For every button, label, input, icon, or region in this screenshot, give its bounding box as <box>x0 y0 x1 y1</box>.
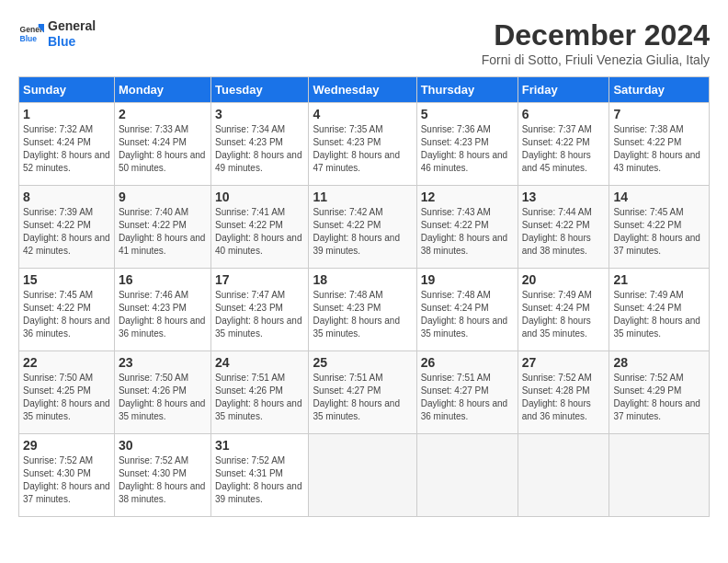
day-number: 8 <box>23 190 110 204</box>
day-number: 10 <box>215 190 304 204</box>
calendar-cell: 13Sunrise: 7:44 AMSunset: 4:22 PMDayligh… <box>518 186 609 269</box>
day-number: 30 <box>119 438 207 453</box>
day-info: Sunrise: 7:42 AMSunset: 4:22 PMDaylight:… <box>313 206 412 258</box>
calendar-cell: 25Sunrise: 7:51 AMSunset: 4:27 PMDayligh… <box>309 351 416 434</box>
day-number: 16 <box>119 272 207 287</box>
day-info: Sunrise: 7:41 AMSunset: 4:22 PMDaylight:… <box>215 206 304 258</box>
header-day-sunday: Sunday <box>19 77 115 103</box>
calendar-cell: 28Sunrise: 7:52 AMSunset: 4:29 PMDayligh… <box>609 351 710 434</box>
day-info: Sunrise: 7:52 AMSunset: 4:30 PMDaylight:… <box>23 454 110 506</box>
day-info: Sunrise: 7:35 AMSunset: 4:23 PMDaylight:… <box>313 123 412 175</box>
day-info: Sunrise: 7:33 AMSunset: 4:24 PMDaylight:… <box>119 123 207 175</box>
title-block: December 2024 Forni di Sotto, Friuli Ven… <box>482 18 710 67</box>
calendar-cell: 19Sunrise: 7:48 AMSunset: 4:24 PMDayligh… <box>416 269 518 351</box>
day-number: 4 <box>313 107 412 121</box>
logo: General Blue General Blue <box>18 18 96 50</box>
logo-line1: General <box>48 18 96 34</box>
calendar-cell: 24Sunrise: 7:51 AMSunset: 4:26 PMDayligh… <box>210 351 308 434</box>
header-day-saturday: Saturday <box>609 77 710 103</box>
day-info: Sunrise: 7:38 AMSunset: 4:22 PMDaylight:… <box>613 123 705 175</box>
day-number: 23 <box>119 355 207 370</box>
day-number: 27 <box>522 355 606 370</box>
location-subtitle: Forni di Sotto, Friuli Venezia Giulia, I… <box>482 52 710 67</box>
calendar-cell: 18Sunrise: 7:48 AMSunset: 4:23 PMDayligh… <box>309 269 416 351</box>
calendar-cell: 15Sunrise: 7:45 AMSunset: 4:22 PMDayligh… <box>19 269 115 351</box>
calendar-cell <box>416 434 518 517</box>
calendar-cell: 8Sunrise: 7:39 AMSunset: 4:22 PMDaylight… <box>19 186 115 269</box>
calendar-cell: 3Sunrise: 7:34 AMSunset: 4:23 PMDaylight… <box>210 103 308 186</box>
day-info: Sunrise: 7:52 AMSunset: 4:31 PMDaylight:… <box>215 454 304 506</box>
calendar-body: 1Sunrise: 7:32 AMSunset: 4:24 PMDaylight… <box>19 103 710 517</box>
day-info: Sunrise: 7:49 AMSunset: 4:24 PMDaylight:… <box>522 289 606 340</box>
calendar-cell: 23Sunrise: 7:50 AMSunset: 4:26 PMDayligh… <box>114 351 210 434</box>
day-info: Sunrise: 7:44 AMSunset: 4:22 PMDaylight:… <box>522 206 606 258</box>
day-number: 13 <box>522 190 606 204</box>
day-number: 22 <box>23 355 110 370</box>
day-number: 6 <box>522 107 606 121</box>
day-info: Sunrise: 7:51 AMSunset: 4:27 PMDaylight:… <box>313 372 412 423</box>
svg-text:Blue: Blue <box>20 34 38 43</box>
calendar-cell: 20Sunrise: 7:49 AMSunset: 4:24 PMDayligh… <box>518 269 609 351</box>
calendar-cell: 12Sunrise: 7:43 AMSunset: 4:22 PMDayligh… <box>416 186 518 269</box>
calendar-cell <box>609 434 710 517</box>
day-info: Sunrise: 7:39 AMSunset: 4:22 PMDaylight:… <box>23 206 110 258</box>
day-number: 1 <box>23 107 110 121</box>
calendar-cell: 9Sunrise: 7:40 AMSunset: 4:22 PMDaylight… <box>114 186 210 269</box>
calendar-cell <box>518 434 609 517</box>
day-info: Sunrise: 7:37 AMSunset: 4:22 PMDaylight:… <box>522 123 606 175</box>
day-info: Sunrise: 7:36 AMSunset: 4:23 PMDaylight:… <box>421 123 514 175</box>
day-info: Sunrise: 7:47 AMSunset: 4:23 PMDaylight:… <box>215 289 304 340</box>
calendar-cell: 21Sunrise: 7:49 AMSunset: 4:24 PMDayligh… <box>609 269 710 351</box>
calendar-week-3: 15Sunrise: 7:45 AMSunset: 4:22 PMDayligh… <box>19 269 710 351</box>
day-info: Sunrise: 7:51 AMSunset: 4:26 PMDaylight:… <box>215 372 304 423</box>
header-day-thursday: Thursday <box>416 77 518 103</box>
day-number: 14 <box>613 190 705 204</box>
day-number: 28 <box>613 355 705 370</box>
day-number: 21 <box>613 272 705 287</box>
header-day-monday: Monday <box>114 77 210 103</box>
page-header: General Blue General Blue December 2024 … <box>18 18 710 67</box>
day-number: 12 <box>421 190 514 204</box>
calendar-week-1: 1Sunrise: 7:32 AMSunset: 4:24 PMDaylight… <box>19 103 710 186</box>
calendar-cell: 30Sunrise: 7:52 AMSunset: 4:30 PMDayligh… <box>114 434 210 517</box>
day-number: 26 <box>421 355 514 370</box>
header-day-tuesday: Tuesday <box>210 77 308 103</box>
logo-icon: General Blue <box>18 21 44 47</box>
calendar-cell: 16Sunrise: 7:46 AMSunset: 4:23 PMDayligh… <box>114 269 210 351</box>
day-info: Sunrise: 7:48 AMSunset: 4:24 PMDaylight:… <box>421 289 514 340</box>
header-day-wednesday: Wednesday <box>309 77 416 103</box>
day-info: Sunrise: 7:52 AMSunset: 4:29 PMDaylight:… <box>613 372 705 423</box>
day-number: 2 <box>119 107 207 121</box>
day-info: Sunrise: 7:32 AMSunset: 4:24 PMDaylight:… <box>23 123 110 175</box>
day-info: Sunrise: 7:50 AMSunset: 4:25 PMDaylight:… <box>23 372 110 423</box>
calendar-week-5: 29Sunrise: 7:52 AMSunset: 4:30 PMDayligh… <box>19 434 710 517</box>
day-number: 17 <box>215 272 304 287</box>
header-day-friday: Friday <box>518 77 609 103</box>
day-number: 31 <box>215 438 304 453</box>
day-info: Sunrise: 7:43 AMSunset: 4:22 PMDaylight:… <box>421 206 514 258</box>
calendar-cell: 31Sunrise: 7:52 AMSunset: 4:31 PMDayligh… <box>210 434 308 517</box>
day-number: 3 <box>215 107 304 121</box>
day-number: 7 <box>613 107 705 121</box>
calendar-cell: 22Sunrise: 7:50 AMSunset: 4:25 PMDayligh… <box>19 351 115 434</box>
calendar-week-4: 22Sunrise: 7:50 AMSunset: 4:25 PMDayligh… <box>19 351 710 434</box>
day-number: 18 <box>313 272 412 287</box>
day-number: 20 <box>522 272 606 287</box>
calendar-cell: 11Sunrise: 7:42 AMSunset: 4:22 PMDayligh… <box>309 186 416 269</box>
calendar-cell: 6Sunrise: 7:37 AMSunset: 4:22 PMDaylight… <box>518 103 609 186</box>
day-info: Sunrise: 7:49 AMSunset: 4:24 PMDaylight:… <box>613 289 705 340</box>
day-number: 19 <box>421 272 514 287</box>
day-info: Sunrise: 7:52 AMSunset: 4:28 PMDaylight:… <box>522 372 606 423</box>
day-number: 9 <box>119 190 207 204</box>
calendar-table: SundayMondayTuesdayWednesdayThursdayFrid… <box>18 76 710 517</box>
day-info: Sunrise: 7:45 AMSunset: 4:22 PMDaylight:… <box>23 289 110 340</box>
day-info: Sunrise: 7:46 AMSunset: 4:23 PMDaylight:… <box>119 289 207 340</box>
day-number: 25 <box>313 355 412 370</box>
day-info: Sunrise: 7:40 AMSunset: 4:22 PMDaylight:… <box>119 206 207 258</box>
day-info: Sunrise: 7:45 AMSunset: 4:22 PMDaylight:… <box>613 206 705 258</box>
calendar-cell <box>309 434 416 517</box>
calendar-cell: 27Sunrise: 7:52 AMSunset: 4:28 PMDayligh… <box>518 351 609 434</box>
calendar-cell: 17Sunrise: 7:47 AMSunset: 4:23 PMDayligh… <box>210 269 308 351</box>
logo-line2: Blue <box>48 34 96 50</box>
calendar-header-row: SundayMondayTuesdayWednesdayThursdayFrid… <box>19 77 710 103</box>
